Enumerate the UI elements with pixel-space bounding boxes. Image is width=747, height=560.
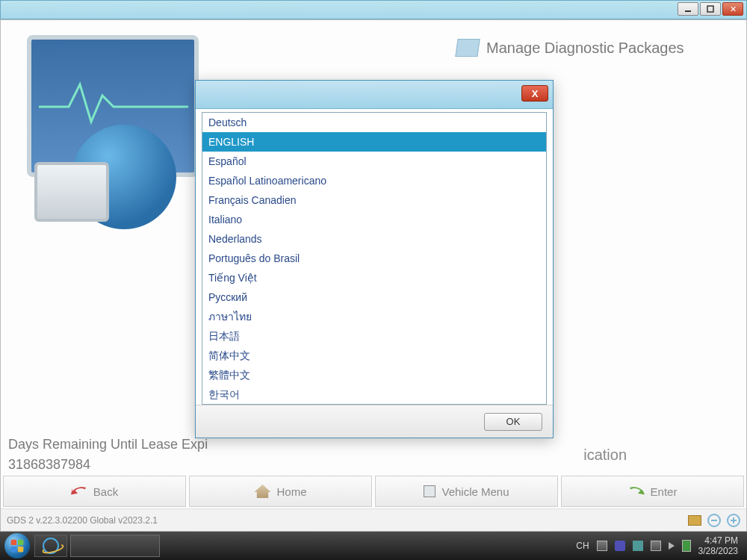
language-option[interactable]: 한국어 — [202, 385, 546, 404]
language-option[interactable]: Nederlands — [202, 229, 546, 249]
language-list[interactable]: DeutschENGLISHEspañolEspañol Latinoameri… — [202, 112, 547, 405]
home-icon — [254, 485, 270, 498]
window-maximize-button[interactable] — [700, 2, 721, 16]
tray-icon-1[interactable] — [615, 541, 625, 551]
zoom-out-icon[interactable] — [707, 514, 721, 527]
home-button[interactable]: Home — [189, 476, 372, 507]
enter-button[interactable]: Enter — [561, 476, 744, 507]
status-bar: GDS 2 v.22.3.02200 Global v2023.2.1 — [1, 508, 746, 531]
folder-icon — [455, 39, 480, 57]
dialog-close-button[interactable]: X — [521, 85, 548, 102]
language-dialog: X DeutschENGLISHEspañolEspañol Latinoame… — [195, 80, 554, 438]
app-body: Manage Diagnostic Packages red Data s ot… — [0, 19, 747, 532]
language-option[interactable]: Español — [202, 152, 546, 171]
ie-icon — [43, 538, 59, 554]
app-logo — [19, 35, 206, 229]
vehicle-menu-button[interactable]: Vehicle Menu — [375, 476, 558, 507]
window-titlebar: ✕ — [0, 0, 747, 19]
menu-application[interactable]: ication — [583, 447, 627, 464]
tray-icon-2[interactable] — [633, 541, 643, 551]
tray-clock[interactable]: 4:47 PM 3/28/2023 — [698, 535, 738, 556]
language-option[interactable]: Italiano — [202, 210, 546, 229]
tray-icon-3[interactable] — [651, 541, 661, 551]
window-close-button[interactable]: ✕ — [722, 2, 743, 16]
language-option[interactable]: Português do Brasil — [202, 249, 546, 268]
back-arrow-icon — [71, 485, 87, 498]
enter-arrow-icon — [628, 485, 645, 498]
taskbar-ie-button[interactable] — [34, 535, 67, 557]
language-option[interactable]: 繁體中文 — [202, 365, 546, 385]
lease-value: 31868387984 — [8, 457, 208, 473]
language-option[interactable]: ENGLISH — [202, 132, 546, 152]
taskbar-app-button[interactable] — [70, 535, 160, 557]
menu-label: Manage Diagnostic Packages — [486, 40, 684, 57]
dialog-titlebar[interactable]: X — [196, 81, 553, 109]
back-button[interactable]: Back — [3, 476, 186, 507]
language-option[interactable]: Deutsch — [202, 113, 546, 132]
tray-language[interactable]: CH — [576, 541, 589, 551]
language-option[interactable]: 简体中文 — [202, 346, 546, 365]
taskbar: CH 4:47 PM 3/28/2023 — [0, 532, 747, 560]
status-flag-icon[interactable] — [688, 515, 701, 526]
svg-rect-0 — [685, 10, 691, 12]
tray-sound-icon[interactable] — [669, 542, 675, 550]
tray-network-icon[interactable] — [597, 541, 607, 551]
language-option[interactable]: 日本語 — [202, 326, 546, 346]
start-button[interactable] — [4, 533, 30, 559]
window-minimize-button[interactable] — [678, 2, 698, 16]
language-option[interactable]: Français Canadien — [202, 190, 546, 210]
language-option[interactable]: Español Latinoamericano — [202, 171, 546, 190]
ok-button[interactable]: OK — [484, 413, 542, 431]
tray-power-icon[interactable] — [682, 540, 691, 552]
language-option[interactable]: ภาษาไทย — [202, 307, 546, 326]
lease-label: Days Remaining Until Lease Expi — [8, 437, 208, 452]
vehicle-icon — [424, 485, 436, 497]
menu-manage-packages[interactable]: Manage Diagnostic Packages — [456, 39, 731, 57]
version-text: GDS 2 v.22.3.02200 Global v2023.2.1 — [7, 515, 158, 526]
svg-rect-1 — [707, 6, 713, 12]
language-option[interactable]: Tiếng Việt — [202, 268, 546, 287]
zoom-in-icon[interactable] — [727, 514, 740, 527]
language-option[interactable]: Русский — [202, 287, 546, 307]
